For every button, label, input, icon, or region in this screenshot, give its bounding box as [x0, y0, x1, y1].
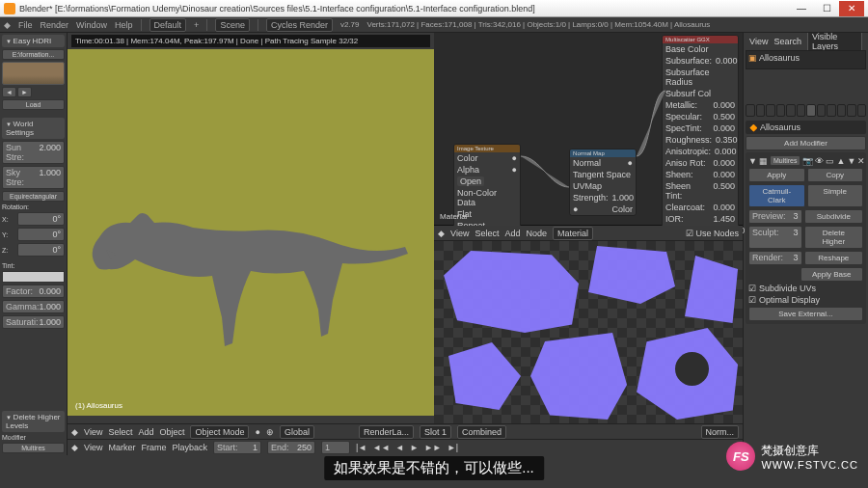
tab-object[interactable]: [786, 104, 796, 117]
editor-type-icon[interactable]: ◆: [71, 427, 78, 437]
use-nodes-checkbox[interactable]: Use Nodes: [686, 229, 740, 238]
apply-base-button[interactable]: Apply Base: [800, 267, 863, 282]
uv-menu-node[interactable]: Node: [526, 229, 547, 238]
uv-canvas[interactable]: [434, 241, 743, 423]
projection-dropdown[interactable]: Equirectangular: [2, 191, 65, 202]
render-viewport[interactable]: Time:00:01.38 | Mem:174.04M, Peak:197.97…: [68, 33, 434, 423]
normal-map-node[interactable]: Normal Map Normal● Tangent Space UVMap S…: [569, 149, 637, 216]
play-button[interactable]: ►: [410, 443, 419, 452]
end-frame[interactable]: End:250: [267, 441, 315, 454]
tl-menu-marker[interactable]: Marker: [108, 443, 135, 452]
tint-color[interactable]: [2, 271, 65, 283]
sculpt-level[interactable]: Sculpt:3: [748, 226, 801, 249]
load-button[interactable]: Load: [2, 99, 65, 110]
add-layout-button[interactable]: +: [194, 20, 199, 30]
menu-window[interactable]: Window: [76, 20, 107, 30]
pivot-icon[interactable]: ⊕: [266, 427, 274, 437]
uv-menu-select[interactable]: Select: [475, 229, 499, 238]
maximize-button[interactable]: ☐: [814, 1, 839, 16]
sun-strength-slider[interactable]: Sun Stre:2.000: [2, 141, 65, 164]
copy-button[interactable]: Copy: [807, 168, 863, 182]
tab-particles[interactable]: [847, 104, 856, 117]
modifier-collapse-icon[interactable]: ▼: [748, 156, 757, 166]
tab-modifiers[interactable]: [806, 104, 816, 117]
renderlayer-dropdown[interactable]: RenderLa...: [359, 425, 414, 439]
catmull-button[interactable]: Catmull-Clark: [748, 184, 804, 207]
menu-render[interactable]: Render: [41, 20, 69, 30]
tl-menu-frame[interactable]: Frame: [141, 443, 166, 452]
next-key-button[interactable]: ►►: [424, 443, 442, 452]
scene-dropdown[interactable]: Scene: [215, 18, 250, 32]
subdivide-button[interactable]: Subdivide: [804, 209, 863, 224]
shading-icon[interactable]: ●: [255, 427, 259, 437]
timeline-editor-icon[interactable]: ◆: [71, 443, 78, 452]
engine-dropdown[interactable]: Cycles Render: [266, 18, 333, 32]
jump-start-button[interactable]: |◄: [356, 443, 366, 452]
start-frame[interactable]: Start:1: [213, 441, 261, 454]
world-settings-header[interactable]: World Settings: [2, 118, 65, 139]
tab-physics[interactable]: [857, 104, 867, 117]
multires-dropdown[interactable]: Multires: [2, 443, 65, 453]
hdri-thumbnail[interactable]: [2, 62, 65, 85]
norm-dropdown[interactable]: Norm...: [701, 425, 740, 439]
uv-editor[interactable]: ◆ View Select Add Node Material Use Node…: [434, 226, 743, 423]
tab-layers[interactable]: [756, 104, 766, 117]
outliner[interactable]: ▣ Allosaurus: [746, 50, 866, 69]
modifier-name[interactable]: Multires: [770, 155, 801, 166]
jump-end-button[interactable]: ►|: [448, 443, 458, 452]
editor-type-icon[interactable]: ◆: [438, 229, 445, 238]
modifier-move-up-icon[interactable]: ▲: [836, 156, 845, 166]
render-level[interactable]: Render:3: [748, 251, 801, 265]
tab-render[interactable]: [746, 104, 755, 117]
optimal-display-checkbox[interactable]: Optimal Display: [748, 295, 863, 305]
modifier-show-edit-icon[interactable]: ▭: [826, 156, 834, 166]
tab-constraints[interactable]: [797, 104, 806, 117]
next-button[interactable]: ►: [17, 87, 32, 97]
delete-higher-header[interactable]: Delete Higher Levels: [2, 411, 65, 432]
play-reverse-button[interactable]: ◄: [395, 443, 404, 452]
principled-node[interactable]: Multiscatter GGX Base Color Subsurface:0…: [662, 35, 739, 237]
tab-scene[interactable]: [766, 104, 775, 117]
modifier-move-down-icon[interactable]: ▼: [847, 156, 855, 166]
outliner-menu-view[interactable]: View: [749, 37, 768, 46]
subdivide-uvs-checkbox[interactable]: Subdivide UVs: [748, 284, 863, 293]
slot-dropdown[interactable]: Slot 1: [420, 425, 451, 439]
menu-file[interactable]: File: [18, 20, 33, 30]
orientation-dropdown[interactable]: Global: [280, 425, 314, 439]
outliner-item[interactable]: Allosaurus: [759, 53, 800, 63]
layout-dropdown[interactable]: Default: [149, 18, 187, 32]
vp-menu-view[interactable]: View: [84, 427, 102, 437]
current-frame[interactable]: 1: [321, 441, 350, 454]
close-button[interactable]: ✕: [839, 1, 864, 16]
tab-world[interactable]: [776, 104, 786, 117]
prev-button[interactable]: ◄: [2, 87, 16, 97]
modifier-show-viewport-icon[interactable]: 👁: [815, 156, 824, 166]
rotation-z-slider[interactable]: 0°: [17, 243, 65, 257]
minimize-button[interactable]: —: [789, 1, 814, 16]
outliner-menu-search[interactable]: Search: [773, 37, 801, 46]
apply-button[interactable]: Apply: [748, 168, 804, 182]
reshape-button[interactable]: Reshape: [804, 251, 863, 265]
mode-dropdown[interactable]: Object Mode: [190, 425, 249, 439]
save-external-button[interactable]: Save External...: [748, 307, 863, 321]
menu-help[interactable]: Help: [115, 20, 133, 30]
node-editor[interactable]: Multiscatter GGX Base Color Subsurface:0…: [434, 33, 743, 226]
saturation-slider[interactable]: Saturati:1.000: [2, 315, 65, 329]
delete-higher-button[interactable]: Delete Higher: [804, 226, 863, 249]
tab-texture[interactable]: [837, 104, 847, 117]
modifier-show-render-icon[interactable]: 📷: [802, 156, 813, 166]
uv-menu-add[interactable]: Add: [504, 229, 520, 238]
factor-slider[interactable]: Factor:0.000: [2, 285, 65, 298]
simple-button[interactable]: Simple: [807, 184, 863, 207]
modifier-delete-icon[interactable]: ✕: [857, 156, 865, 166]
vp-menu-object[interactable]: Object: [159, 427, 184, 437]
material-dropdown[interactable]: Material: [553, 227, 593, 240]
tab-material[interactable]: [827, 104, 836, 117]
vp-menu-select[interactable]: Select: [108, 427, 132, 437]
tab-data[interactable]: [817, 104, 827, 117]
rotation-y-slider[interactable]: 0°: [17, 228, 65, 241]
preview-level[interactable]: Preview:3: [748, 209, 801, 224]
tl-menu-playback[interactable]: Playback: [172, 443, 207, 452]
uv-menu-view[interactable]: View: [450, 229, 469, 238]
sky-strength-slider[interactable]: Sky Stre:1.000: [2, 166, 65, 189]
